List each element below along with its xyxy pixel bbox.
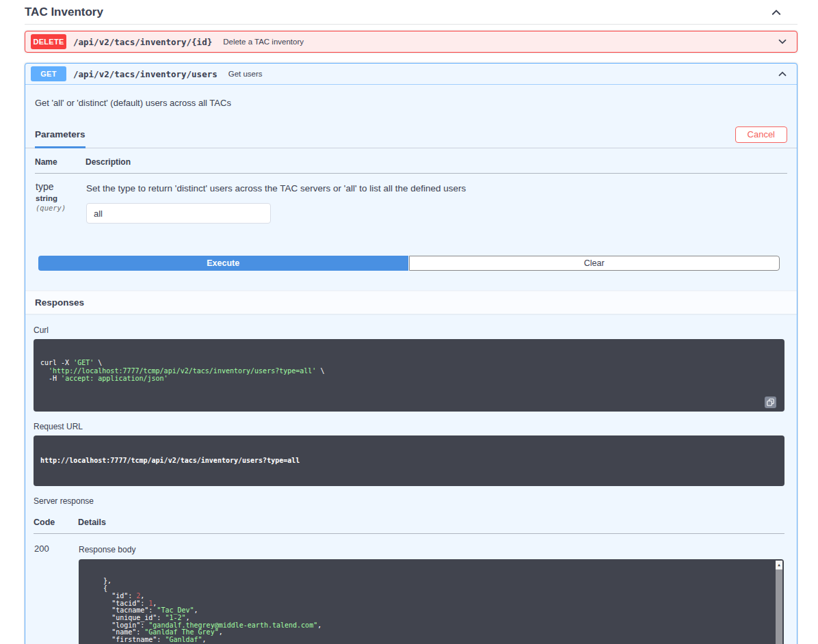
response-row: 200 Response body }, { "id": 2, "tacid":… <box>34 534 784 644</box>
endpoint-get-block: GET /api/v2/tacs/inventory/users Get use… <box>25 63 797 644</box>
get-method-badge: GET <box>31 66 66 81</box>
delete-endpoint-summary-text: Delete a TAC inventory <box>223 38 304 46</box>
endpoint-delete-summary[interactable]: DELETE /api/v2/tacs/inventory/{id} Delet… <box>25 31 797 52</box>
response-body-block: }, { "id": 2, "tacid": 1, "tacname": "Ta… <box>79 559 784 644</box>
parameter-name: type <box>36 181 85 192</box>
endpoint-description: Get 'all' or 'distinct' (default) users … <box>25 85 797 121</box>
response-body-json: }, { "id": 2, "tacid": 1, "tacname": "Ta… <box>87 578 776 644</box>
type-parameter-input[interactable] <box>86 203 271 224</box>
server-response-label: Server response <box>34 496 784 506</box>
details-column-header: Details <box>78 511 784 534</box>
curl-label: Curl <box>34 325 784 335</box>
tab-parameters[interactable]: Parameters <box>35 121 85 148</box>
chevron-down-icon[interactable] <box>774 37 791 46</box>
parameters-tabbar: Parameters Cancel <box>25 121 797 148</box>
response-body-label: Response body <box>79 545 784 554</box>
endpoint-delete-block: DELETE /api/v2/tacs/inventory/{id} Delet… <box>25 31 797 53</box>
code-column-header: Code <box>34 511 78 534</box>
scroll-up-arrow-icon[interactable]: ▲ <box>776 561 782 569</box>
get-endpoint-summary-text: Get users <box>228 70 263 78</box>
responses-title: Responses <box>35 297 84 308</box>
parameter-location: (query) <box>36 204 85 212</box>
chevron-up-icon[interactable] <box>774 69 791 79</box>
param-name-header: Name <box>35 148 85 174</box>
parameter-row: type string (query) Set the type to retu… <box>35 174 787 225</box>
execute-wrapper: Execute Clear <box>25 224 797 271</box>
param-description-header: Description <box>85 148 787 174</box>
tab-parameters-label: Parameters <box>35 129 85 139</box>
responses-body: Curl curl -X 'GET' \ 'http://localhost:7… <box>25 314 797 644</box>
request-url-block: http://localhost:7777/tcmp/api/v2/tacs/i… <box>34 435 784 486</box>
endpoint-get-summary[interactable]: GET /api/v2/tacs/inventory/users Get use… <box>25 64 797 85</box>
status-code: 200 <box>34 534 78 644</box>
server-response-table: Code Details 200 Response body }, { "id"… <box>34 511 784 644</box>
response-body-scrollbar[interactable]: ▲ <box>776 561 782 644</box>
clear-button[interactable]: Clear <box>409 256 780 271</box>
copy-to-clipboard-icon[interactable] <box>765 397 776 408</box>
delete-method-badge: DELETE <box>31 34 66 49</box>
request-url-label: Request URL <box>34 422 784 431</box>
section-collapse-chevron-up-icon[interactable] <box>770 7 782 18</box>
curl-code-block: curl -X 'GET' \ 'http://localhost:7777/t… <box>34 339 784 412</box>
responses-header: Responses <box>25 291 797 314</box>
tag-section-header: TAC Inventory <box>25 0 797 25</box>
execute-button[interactable]: Execute <box>38 256 408 271</box>
page-title: TAC Inventory <box>25 5 103 19</box>
get-endpoint-path: /api/v2/tacs/inventory/users <box>73 69 217 79</box>
parameter-description: Set the type to return 'distinct' users … <box>86 181 787 193</box>
delete-endpoint-path: /api/v2/tacs/inventory/{id} <box>73 37 212 47</box>
swagger-page: TAC Inventory DELETE /api/v2/tacs/invent… <box>0 0 818 644</box>
parameter-type: string <box>36 194 85 202</box>
cancel-button[interactable]: Cancel <box>735 126 787 143</box>
request-url-value: http://localhost:7777/tcmp/api/v2/tacs/i… <box>40 457 778 465</box>
parameters-section: Name Description type string (query) <box>25 148 797 224</box>
endpoint-get-body: Get 'all' or 'distinct' (default) users … <box>25 85 797 644</box>
curl-command: curl -X 'GET' \ 'http://localhost:7777/t… <box>40 359 778 383</box>
